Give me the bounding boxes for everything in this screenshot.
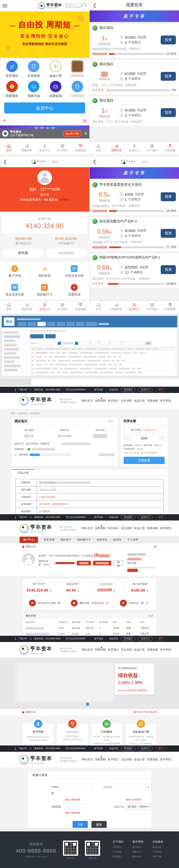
member-center-button[interactable]: 会员中心 (4, 102, 85, 114)
invest-button[interactable]: 投资 (161, 35, 176, 44)
redacted-action-button[interactable] (93, 561, 111, 565)
tab-about[interactable]: 关于我们 (143, 301, 161, 314)
member-center-button[interactable]: 会员中心 (138, 515, 153, 520)
nav-calculator[interactable]: 收益计算 (134, 648, 145, 652)
footer-link[interactable]: 公司简介 (113, 846, 124, 849)
avatar[interactable] (81, 3, 87, 9)
tab-home[interactable]: 首页 (90, 301, 108, 314)
filter-select[interactable] (111, 341, 123, 345)
admin-button[interactable] (30, 334, 43, 338)
logout-button[interactable]: 安全退出 (121, 746, 136, 751)
menu-invest-projects[interactable]: 投资项目 (1, 61, 23, 78)
admin-sidebar[interactable] (2, 328, 28, 376)
footer-link[interactable]: APP下载 (152, 855, 163, 858)
menu-my-invest[interactable]: 我的投资 (30, 262, 60, 281)
nav-calculator[interactable]: 收益计算 (134, 527, 145, 530)
calculate-button[interactable]: 计算 (73, 821, 88, 828)
menu-bank-card[interactable]: 我的银行卡 (30, 281, 60, 300)
download-app-link[interactable]: 下载APP (18, 516, 27, 519)
invest-button[interactable]: 投资 (161, 72, 176, 81)
breadcrumb[interactable]: 首页 > 新手推荐 > 测试项目 (11, 412, 168, 415)
nav-security[interactable]: 安全保障 (121, 527, 132, 530)
filter-date[interactable]: 2020-05-06 (62, 341, 74, 345)
filter-select[interactable] (79, 341, 91, 345)
member-center-button[interactable]: 会员中心 (138, 388, 153, 392)
announcement-bar[interactable]: 最新公告 《保 (0, 544, 179, 550)
tab-service[interactable]: 在线客服 (71, 301, 89, 314)
menu-fund-record[interactable]: 资金流水记录 (0, 281, 30, 300)
calendar-icon[interactable] (58, 342, 61, 345)
subnav-messages[interactable]: 短消息 (113, 538, 122, 541)
table-row[interactable]: 0.05%¥3,5006.750已结算查看下载合同 (26, 631, 153, 636)
tab-member[interactable]: 会员中心 (125, 143, 143, 155)
subnav-bankcard[interactable]: 我的银行卡 (77, 538, 91, 541)
tab-member[interactable]: 会员中心 (36, 301, 54, 314)
footer-link[interactable]: 帮助中心 (132, 850, 144, 854)
nav-calculator[interactable]: 收益计算 (134, 758, 145, 762)
filter-select[interactable] (92, 341, 99, 345)
filter-input[interactable] (124, 341, 144, 345)
redacted-action-button[interactable] (77, 561, 91, 565)
download-app-button[interactable]: App客户端 (63, 131, 82, 137)
nav-contact[interactable]: 联系我们 (108, 648, 119, 652)
footer-link[interactable]: 企业档案 (113, 850, 124, 854)
tab-home[interactable]: 首页 (0, 143, 18, 155)
subnav-referral[interactable]: 推荐有礼 (97, 538, 108, 541)
reset-button[interactable]: 重置 (91, 821, 107, 828)
back-icon[interactable]: ❮ (93, 2, 97, 8)
menu-account-detail[interactable]: ¥账户详情 (0, 262, 30, 281)
table-row[interactable] (30, 351, 175, 355)
view-link[interactable]: 查看 (126, 632, 140, 636)
nav-home[interactable]: 网站首页 (82, 648, 93, 652)
menu-history[interactable]: 历史战绩 (23, 61, 45, 78)
signin-button[interactable]: 签到 (155, 515, 166, 520)
table-row[interactable] (30, 371, 175, 374)
nav-lottery[interactable]: 我要抽奖 (147, 399, 158, 403)
footer-link[interactable]: 联系我们 (113, 855, 124, 858)
tab-product-intro[interactable]: 产品介绍 (11, 469, 35, 476)
nav-calculator[interactable]: 收益计算 (134, 399, 145, 403)
menu-withdraw[interactable]: 我要提现 (45, 81, 67, 98)
menu-item-redacted-2[interactable] (67, 81, 89, 98)
announcement-bar[interactable]: 最新公告 《保理2017年8月会员5 (0, 709, 179, 716)
invest-button[interactable]: 投资 (161, 265, 176, 274)
contract-link[interactable]: 下载合同 (140, 632, 153, 636)
nav-security[interactable]: 安全保障 (121, 399, 132, 403)
signin-button[interactable]: 签到 (155, 746, 166, 751)
nav-help[interactable]: 新手帮助 (160, 648, 171, 652)
newbie-banner[interactable]: 新手专享 亨丰资本 点击下载APP客户端 App客户端 ✕ (0, 125, 89, 138)
search-button[interactable]: 搜索 (145, 341, 152, 345)
logout-button[interactable]: 安全退出 (121, 515, 136, 520)
tab-about[interactable]: 关于我们 (143, 143, 161, 155)
signin-button[interactable]: 签到 (155, 388, 166, 392)
member-center-button[interactable]: 会员中心 (138, 637, 153, 641)
newbie-banner[interactable]: 新手专享 (90, 167, 179, 179)
table-row[interactable] (30, 367, 175, 371)
newbie-guide-link[interactable]: 新手指南 (94, 388, 103, 392)
tab-service[interactable]: 在线客服 (161, 143, 179, 155)
table-row[interactable] (30, 363, 175, 367)
redacted-button[interactable] (46, 248, 87, 257)
nav-lottery[interactable]: 我要抽奖 (147, 527, 158, 530)
nav-help[interactable]: 新手帮助 (160, 527, 171, 530)
logout-button[interactable]: 安全退出 (121, 637, 136, 641)
contract-link[interactable]: 下载合同 (140, 626, 153, 630)
more-link[interactable]: 更多 (149, 614, 153, 618)
signin-button[interactable]: 签到 (155, 637, 166, 641)
tab-invest[interactable]: 我要投资 (18, 301, 35, 314)
copy-link-button[interactable] (127, 569, 138, 572)
profit-trial-link[interactable]: 收益试算 (109, 388, 118, 392)
profit-trial-link[interactable]: 收益试算 (109, 516, 118, 519)
tab-member[interactable]: 会员中心 (125, 301, 143, 314)
amount-minus-button[interactable]: - (124, 435, 128, 441)
nav-lottery[interactable]: 我要抽奖 (147, 648, 158, 652)
footer-link[interactable]: 收益试算 (152, 846, 163, 849)
profit-trial-link[interactable]: 收益试算 (109, 747, 118, 750)
nav-help[interactable]: 新手帮助 (160, 758, 171, 762)
subnav-account[interactable]: 账户中心 (20, 537, 38, 543)
menu-icon[interactable] (3, 3, 7, 8)
nav-security[interactable]: 安全保障 (121, 648, 132, 652)
admin-button[interactable] (45, 334, 56, 338)
download-app-link[interactable]: 下载APP (18, 747, 27, 750)
invest-button[interactable]: 投资 (161, 108, 176, 117)
